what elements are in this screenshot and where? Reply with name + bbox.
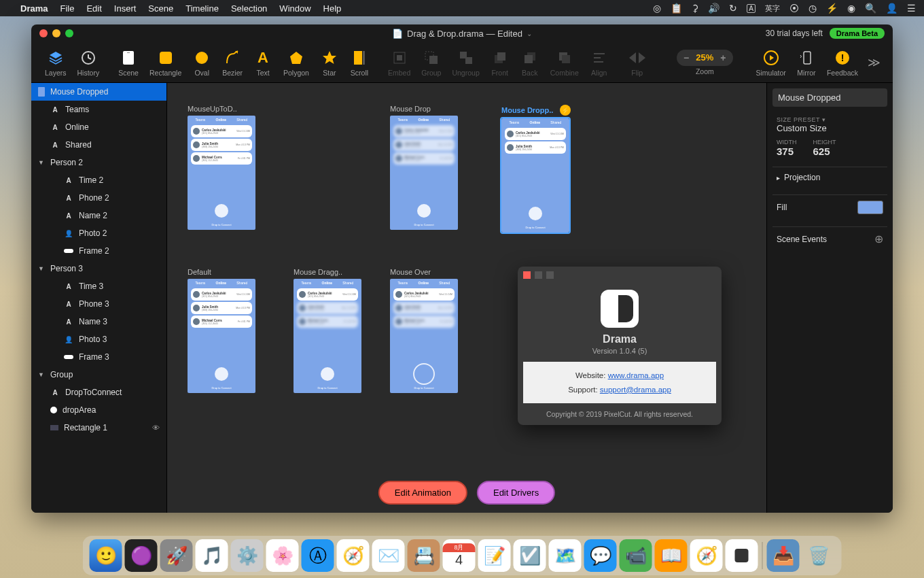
tool-polygon[interactable]: Polygon [278, 48, 315, 77]
dock-launchpad[interactable]: 🚀 [160, 539, 193, 572]
edit-drivers-button[interactable]: Edit Drivers [477, 481, 555, 505]
layer-item[interactable]: APhone 2 [31, 189, 166, 207]
layer-item[interactable]: ATime 2 [31, 171, 166, 189]
wifi-icon[interactable]: ⦿ [789, 3, 799, 14]
layer-item[interactable]: ADropToConnect [31, 384, 166, 401]
zoom-in-button[interactable]: + [720, 52, 726, 63]
tool-text[interactable]: AText [248, 48, 278, 77]
tool-flip[interactable]: Flip [622, 48, 652, 77]
dock-facetime[interactable]: 📹 [620, 539, 652, 572]
tool-scene[interactable]: Scene [113, 48, 144, 77]
scene-label[interactable]: Mouse Drop [390, 105, 458, 113]
volume-icon[interactable]: 🔊 [708, 3, 719, 14]
layer-item[interactable]: Mouse Dropped [31, 83, 166, 101]
scene-mouseover[interactable]: Mouse OverTeamsOnlineSharedCarlos Jaskul… [390, 268, 458, 393]
close-button[interactable] [39, 29, 48, 37]
layer-item[interactable]: AShared [31, 136, 166, 154]
input-lang[interactable]: 英字 [765, 3, 780, 14]
layer-item[interactable]: ATeams [31, 101, 166, 118]
window-title[interactable]: 📄 Drag & Drop.drama — Edited ⌄ [392, 29, 532, 39]
dock-maps[interactable]: 🗺️ [549, 539, 582, 572]
clock-icon[interactable]: ◷ [808, 3, 817, 14]
tool-scroll[interactable]: Scroll [344, 48, 374, 77]
layer-item[interactable]: APhone 3 [31, 295, 166, 313]
layer-item[interactable]: AName 3 [31, 313, 166, 330]
scene-label[interactable]: Default [188, 268, 255, 276]
dock-drama[interactable] [726, 539, 758, 572]
bluetooth-icon[interactable]: ⚳ [692, 3, 698, 14]
layer-item[interactable]: AOnline [31, 118, 166, 136]
layer-item[interactable]: Frame 3 [31, 348, 166, 366]
scene-artboard[interactable]: TeamsOnlineSharedCarlos Jaskulski(321) 8… [188, 116, 255, 230]
layer-item[interactable]: ATime 3 [31, 277, 166, 295]
input-icon[interactable]: A [747, 4, 756, 13]
dock-downloads[interactable]: 📥 [767, 539, 800, 572]
scene-mousedrop[interactable]: Mouse DropTeamsOnlineSharedCarlos Jaskul… [390, 105, 458, 230]
tool-rectangle[interactable]: Rectangle [144, 48, 187, 77]
tool-front[interactable]: Front [485, 48, 515, 77]
tool-feedback[interactable]: !Feedback [821, 48, 864, 77]
dock-safari2[interactable]: 🧭 [690, 539, 723, 572]
projection-row[interactable]: ▸Projection [772, 167, 887, 188]
dock-calendar[interactable]: 8月4 [443, 539, 476, 572]
layer-item[interactable]: Rectangle 1👁 [31, 419, 166, 437]
scene-events-row[interactable]: Scene Events⊕ [772, 226, 887, 251]
website-link[interactable]: www.drama.app [608, 371, 664, 379]
tool-oval[interactable]: Oval [187, 48, 217, 77]
layer-item[interactable]: ▼Group [31, 366, 166, 384]
dock-notes[interactable]: 📝 [478, 539, 511, 572]
dock-mail[interactable]: ✉️ [372, 539, 405, 572]
layer-item[interactable]: dropArea [31, 401, 166, 419]
beta-badge[interactable]: Drama Beta [830, 28, 885, 39]
tool-layers[interactable]: Layers [39, 48, 72, 77]
menu-selection[interactable]: Selection [231, 3, 267, 14]
zoom-button[interactable] [65, 29, 73, 37]
dock-appstore[interactable]: Ⓐ [302, 539, 334, 572]
battery-icon[interactable]: ⚡ [826, 3, 838, 14]
scene-mousedragg[interactable]: Mouse Dragg..TeamsOnlineSharedCarlos Jas… [294, 268, 361, 393]
scene-artboard[interactable]: TeamsOnlineSharedCarlos Jaskulski(321) 8… [390, 279, 458, 393]
status-icon[interactable]: ◎ [653, 3, 661, 14]
scene-artboard[interactable]: TeamsOnlineSharedCarlos Jaskulski(321) 8… [294, 279, 361, 393]
tool-back[interactable]: Back [515, 48, 545, 77]
menu-insert[interactable]: Insert [114, 3, 137, 14]
dock-safari[interactable]: 🧭 [337, 539, 370, 572]
menu-edit[interactable]: Edit [86, 3, 101, 14]
about-close-button[interactable] [523, 271, 531, 279]
width-value[interactable]: 375 [777, 146, 797, 157]
layer-item[interactable]: ▼Person 3 [31, 260, 166, 277]
edit-animation-button[interactable]: Edit Animation [378, 481, 467, 505]
menu-file[interactable]: File [60, 3, 74, 14]
tool-star[interactable]: Star [315, 48, 344, 77]
toolbar-overflow[interactable]: ≫ [864, 55, 885, 70]
fill-swatch[interactable] [857, 201, 883, 214]
user-icon[interactable]: 👤 [886, 3, 898, 14]
add-event-button[interactable]: ⊕ [874, 233, 883, 245]
control-icon[interactable]: ☰ [907, 3, 916, 14]
scene-artboard[interactable]: TeamsOnlineSharedCarlos Jaskulski(321) 8… [390, 116, 458, 230]
menu-timeline[interactable]: Timeline [185, 3, 219, 14]
scene-artboard[interactable]: TeamsOnlineSharedCarlos Jaskulski(321) 8… [188, 279, 255, 393]
minimize-button[interactable] [52, 29, 60, 37]
tool-bezier[interactable]: Bezier [217, 48, 248, 77]
tool-align[interactable]: Align [584, 48, 614, 77]
scene-label[interactable]: Mouse Dragg.. [294, 268, 361, 276]
tool-embed[interactable]: Embed [383, 48, 416, 77]
scene-artboard[interactable]: TeamsOnlineSharedCarlos Jaskulski(321) 8… [501, 118, 569, 233]
scene-mousedropped[interactable]: Mouse Dropp..⚡TeamsOnlineSharedCarlos Ja… [501, 105, 571, 233]
tool-ungroup[interactable]: Ungroup [446, 48, 484, 77]
scene-label[interactable]: Mouse Over [390, 268, 458, 276]
spotlight-icon[interactable]: 🔍 [865, 3, 876, 14]
layer-item[interactable]: AName 2 [31, 207, 166, 224]
size-preset-value[interactable]: Custom Size [777, 123, 883, 133]
layer-item[interactable]: ▼Person 2 [31, 154, 166, 171]
dock-trash[interactable]: 🗑️ [802, 539, 835, 572]
menu-help[interactable]: Help [323, 3, 342, 14]
menu-scene[interactable]: Scene [148, 3, 173, 14]
timemachine-icon[interactable]: ↻ [729, 3, 737, 14]
scene-label[interactable]: MouseUpToD.. [188, 105, 255, 113]
scene-label[interactable]: Mouse Dropp..⚡ [501, 105, 571, 116]
scene-default[interactable]: DefaultTeamsOnlineSharedCarlos Jaskulski… [188, 268, 255, 393]
support-link[interactable]: support@drama.app [600, 386, 671, 394]
tool-mirror[interactable]: Mirror [792, 48, 821, 77]
